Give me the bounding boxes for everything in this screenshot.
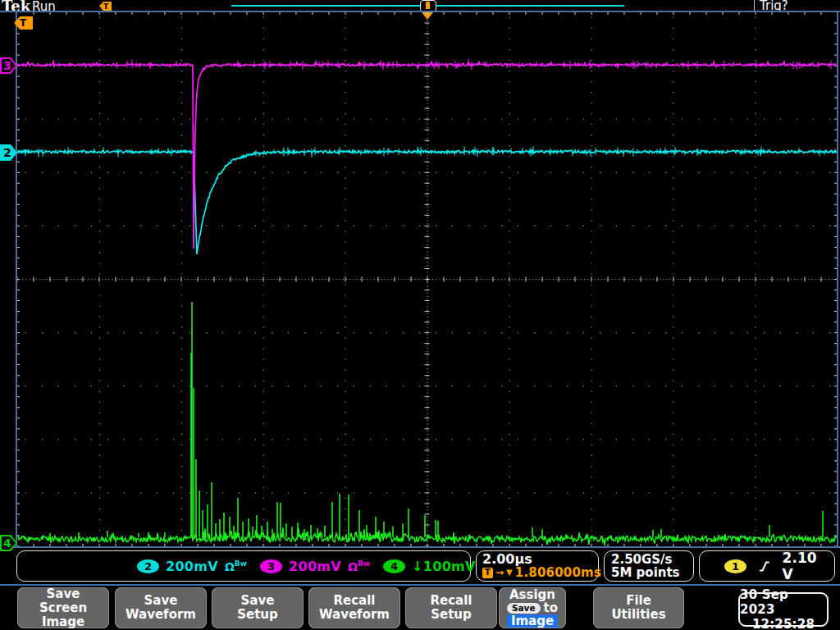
channel-2-number: 2 — [0, 147, 11, 158]
graticule-border-right — [837, 11, 838, 548]
assign-save-button[interactable]: Assign Saveto Image — [499, 587, 566, 628]
trigger-delay-readout: T → ▼ 1.806000ms — [482, 566, 598, 579]
button-label-line2: Utilities — [611, 608, 665, 622]
channel-2-readout: 2 200mV ΩBw — [137, 559, 247, 574]
trigger-level: 2.10 V — [783, 550, 828, 582]
channel-3-coupling: ΩBw — [348, 559, 370, 573]
waveform-plot — [17, 12, 837, 546]
button-label-line2: Screen Image — [19, 601, 107, 629]
channel-3-scale: 200mV — [289, 559, 341, 574]
recall-waveform-button[interactable]: Recall Waveform — [308, 587, 400, 628]
channel-3-position-pennant: 3 — [0, 57, 17, 74]
trigger-source-badge: 1 — [724, 559, 746, 573]
save-setup-button[interactable]: Save Setup — [212, 587, 304, 628]
menu-separator — [0, 584, 840, 586]
assign-target-highlight: Image — [507, 614, 558, 628]
record-length: 5M points — [611, 566, 693, 579]
save-screen-image-button[interactable]: Save Screen Image — [17, 587, 109, 628]
channel-2-position-pennant: 2 — [0, 144, 17, 161]
button-label-line1: Assign — [509, 588, 555, 601]
button-label-line1: Save — [241, 594, 275, 608]
trigger-letter: T — [20, 17, 26, 29]
timebase-scale: 2.00μs — [482, 552, 598, 566]
delay-pointer-icon: ▼ — [506, 566, 513, 579]
rising-edge-icon — [759, 560, 770, 573]
delay-arrow-icon: → — [495, 566, 504, 579]
channel-4-scale: ↓100mV — [412, 559, 476, 574]
button-label-line1: Save — [144, 594, 178, 608]
button-label-line2: Saveto — [507, 601, 558, 614]
channel-3-readout: 3 200mV ΩBw — [260, 559, 370, 574]
channel-2-bandwidth: Bw — [235, 559, 247, 568]
button-label-line1: Recall — [430, 594, 472, 608]
file-utilities-button[interactable]: File Utilities — [593, 587, 684, 628]
button-label-line2: Waveform — [126, 608, 196, 622]
save-key-icon: Save — [507, 603, 541, 614]
channel-3-badge: 3 — [260, 559, 282, 573]
acquisition-readout-box: 2.50GS/s 5M points — [604, 550, 694, 582]
channel-2-badge: 2 — [137, 559, 159, 573]
channel-2-coupling: ΩBw — [225, 559, 247, 573]
channel-4-badge: 4 — [383, 559, 405, 573]
button-label-line2: Setup — [237, 608, 278, 622]
delay-trigger-icon: T — [482, 568, 493, 578]
delay-value: 1.806000ms — [515, 566, 601, 579]
channel-2-scale: 200mV — [166, 559, 218, 574]
channel-readouts-box: 2 200mV ΩBw 3 200mV ΩBw 4 ↓100mV ΩBw — [16, 550, 471, 582]
trigger-readout-box: 1 2.10 V — [699, 550, 835, 582]
save-waveform-button[interactable]: Save Waveform — [115, 587, 207, 628]
graticule-border-bottom — [0, 546, 840, 548]
trigger-letter: T — [103, 2, 108, 11]
trigger-record-position-icon: T — [99, 2, 112, 11]
button-label-line2: Waveform — [319, 608, 390, 622]
channel-4-position-pennant: 4 — [0, 535, 17, 551]
recall-setup-button[interactable]: Recall Setup — [405, 587, 497, 628]
date-text: 30 Sep 2023 — [740, 587, 827, 617]
button-label-line3: Image — [507, 614, 558, 628]
datetime-box: 30 Sep 2023 12:25:28 — [738, 592, 829, 627]
button-label-line1: Save — [47, 587, 80, 601]
channel-4-number: 4 — [0, 537, 11, 549]
ch4-spikes — [50, 302, 823, 537]
button-label-line1: Recall — [333, 594, 375, 608]
topbar-divider — [754, 0, 755, 11]
horizontal-readout-box: 2.00μs T → ▼ 1.806000ms — [476, 550, 599, 582]
time-text: 12:25:28 — [752, 617, 815, 630]
sample-rate: 2.50GS/s — [611, 553, 693, 566]
button-label-line1: File — [626, 594, 651, 608]
window-marker-stripe — [426, 2, 430, 9]
channel-3-bandwidth: Bw — [358, 559, 370, 568]
button-label-line2: Setup — [431, 608, 472, 622]
oscilloscope-screen: Tek Run T Trig? T 3 2 4 2 200mV ΩBw 3 20… — [0, 0, 840, 630]
channel-3-number: 3 — [0, 60, 11, 71]
